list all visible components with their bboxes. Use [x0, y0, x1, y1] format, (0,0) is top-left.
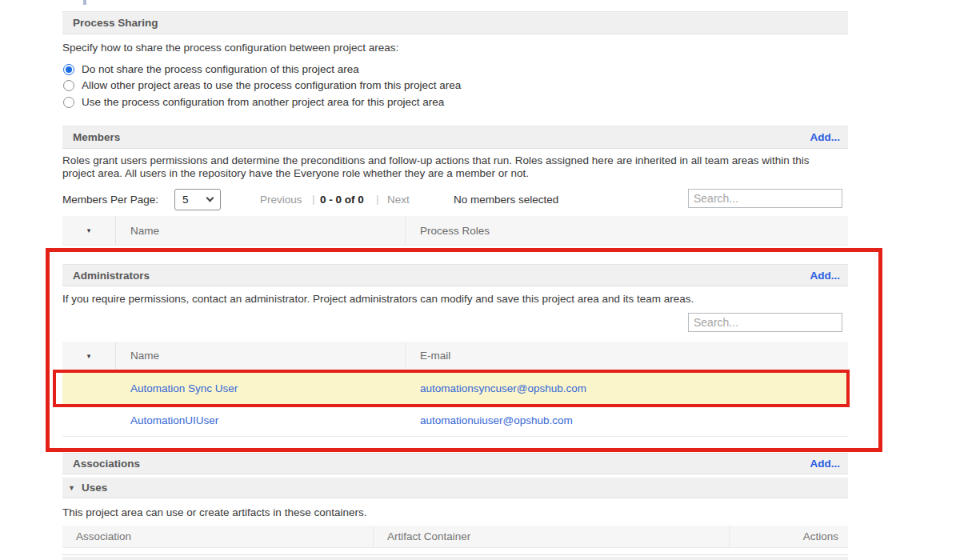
- administrators-table-header: ▾ Name E-mail: [62, 342, 848, 370]
- associations-add-button[interactable]: Add...: [810, 458, 841, 470]
- previous-page-button[interactable]: Previous: [260, 194, 302, 206]
- top-edge-fragment: [83, 0, 86, 5]
- radio-label: Allow other project areas to use the pro…: [82, 79, 461, 91]
- administrators-table-menu-button[interactable]: ▾: [62, 342, 116, 370]
- associations-column-association: Association: [62, 526, 374, 547]
- associations-section-header: Associations Add...: [62, 453, 848, 474]
- associations-title: Associations: [73, 458, 140, 470]
- uses-collapse-toggle[interactable]: ▼ Uses: [62, 478, 848, 498]
- radio-selected-icon[interactable]: [63, 64, 74, 75]
- divider: [62, 554, 848, 555]
- members-add-button[interactable]: Add...: [810, 131, 841, 143]
- pagination-separator: |: [312, 193, 315, 205]
- administrators-add-button[interactable]: Add...: [810, 270, 841, 282]
- administrator-row-highlighted[interactable]: Automation Sync User automationsyncuser@…: [62, 371, 848, 405]
- administrators-title: Administrators: [73, 270, 150, 282]
- chevron-down-icon: [206, 194, 214, 202]
- members-search-input[interactable]: [688, 189, 842, 208]
- administrator-name-link[interactable]: AutomationUIUser: [130, 414, 218, 426]
- administrator-name-link[interactable]: Automation Sync User: [130, 382, 238, 394]
- administrators-search-input[interactable]: [688, 313, 842, 332]
- radio-label: Do not share the process configuration o…: [82, 63, 359, 75]
- members-description: Roles grant users permissions and determ…: [62, 154, 834, 180]
- radio-label: Use the process configuration from anoth…: [82, 96, 444, 108]
- members-table-menu-button[interactable]: ▾: [62, 216, 116, 245]
- members-section-header: Members Add...: [62, 126, 848, 149]
- dropdown-arrow-icon: ▾: [87, 226, 91, 234]
- uses-label: Uses: [82, 482, 107, 494]
- radio-option-allow-others[interactable]: Allow other project areas to use the pro…: [63, 79, 461, 91]
- administrators-column-email: E-mail: [406, 342, 848, 370]
- administrators-description: If you require permissions, contact an a…: [62, 293, 848, 306]
- radio-option-use-another[interactable]: Use the process configuration from anoth…: [63, 96, 444, 108]
- members-per-page-select[interactable]: 5: [174, 189, 221, 210]
- radio-unselected-icon[interactable]: [63, 80, 74, 91]
- members-per-page-value: 5: [182, 194, 189, 206]
- members-column-name: Name: [116, 216, 406, 245]
- members-selection-status: No members selected: [454, 194, 558, 206]
- next-page-button[interactable]: Next: [387, 194, 410, 206]
- radio-option-do-not-share[interactable]: Do not share the process configuration o…: [63, 63, 359, 75]
- pagination-range: 0 - 0 of 0: [320, 194, 364, 206]
- administrators-section-header: Administrators Add...: [62, 264, 848, 286]
- members-title: Members: [73, 131, 120, 143]
- associations-description: This project area can use or create arti…: [62, 506, 366, 519]
- pagination-separator: |: [376, 193, 379, 205]
- associations-table-header: Association Artifact Container Actions: [62, 526, 848, 548]
- administrator-row[interactable]: AutomationUIUser automationuiuser@opshub…: [62, 405, 848, 437]
- associations-column-artifact-container: Artifact Container: [374, 526, 730, 547]
- dropdown-arrow-icon: ▾: [87, 352, 91, 360]
- members-column-process-roles: Process Roles: [406, 216, 848, 245]
- next-row-partial: [62, 557, 848, 560]
- administrator-email-link[interactable]: automationsyncuser@opshub.com: [420, 382, 586, 394]
- members-per-page-label: Members Per Page:: [62, 194, 158, 206]
- collapse-triangle-icon: ▼: [68, 484, 75, 492]
- process-sharing-title: Process Sharing: [73, 17, 158, 29]
- associations-column-actions: Actions: [730, 526, 848, 547]
- radio-unselected-icon[interactable]: [63, 97, 74, 108]
- members-table-header: ▾ Name Process Roles: [62, 216, 848, 246]
- administrator-email-link[interactable]: automationuiuser@opshub.com: [420, 414, 573, 426]
- process-sharing-instruction: Specify how to share the process configu…: [62, 42, 398, 54]
- administrators-column-name: Name: [116, 342, 406, 370]
- process-sharing-section-header: Process Sharing: [62, 11, 848, 34]
